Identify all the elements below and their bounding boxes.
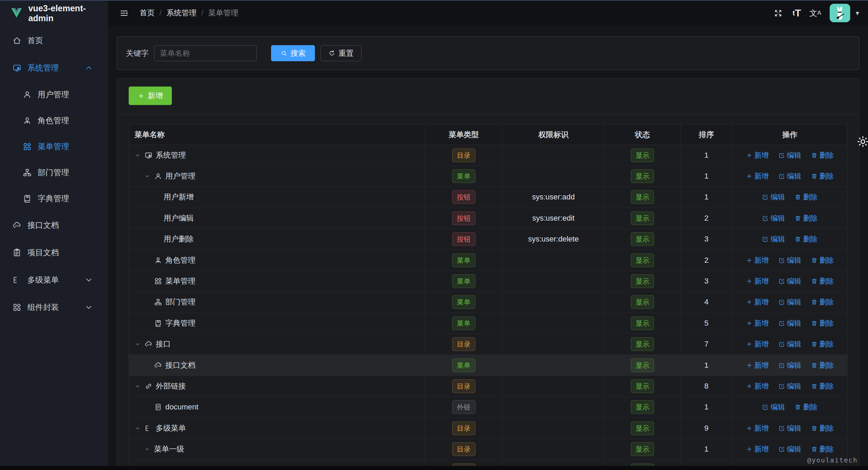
page-content: 关键字 搜索 重置 新增 xyxy=(108,26,868,470)
plus-icon xyxy=(746,173,753,180)
row-add-button[interactable]: 新增 xyxy=(746,381,769,391)
menu-name-cell: 菜单管理 xyxy=(129,271,425,291)
row-delete-button[interactable]: 删除 xyxy=(794,213,817,223)
menu-type-cell: 外链 xyxy=(425,397,502,418)
sidebar-item-user[interactable]: 用户管理 xyxy=(0,81,108,107)
actions-cell: 新增编辑删除 xyxy=(732,271,847,291)
row-add-button[interactable]: 新增 xyxy=(746,423,769,433)
row-add-button[interactable]: 新增 xyxy=(746,171,769,181)
row-edit-button[interactable]: 编辑 xyxy=(778,256,801,265)
collapse-menu-icon[interactable] xyxy=(117,6,131,20)
trash-icon xyxy=(794,236,801,243)
row-edit-button[interactable]: 编辑 xyxy=(762,213,785,223)
sidebar-item-doc[interactable]: 项目文档 xyxy=(0,239,108,266)
search-panel: 关键字 搜索 重置 xyxy=(117,36,859,70)
row-edit-button[interactable]: 编辑 xyxy=(778,423,801,433)
row-add-button[interactable]: 新增 xyxy=(746,151,769,160)
row-delete-button[interactable]: 删除 xyxy=(811,444,834,454)
status-tag: 显示 xyxy=(631,358,654,372)
row-add-button[interactable]: 新增 xyxy=(746,339,769,349)
row-delete-button[interactable]: 删除 xyxy=(811,171,834,181)
chev-up-icon xyxy=(84,63,93,73)
sidebar-item-label: 多级菜单 xyxy=(27,275,84,285)
rabbit-avatar-icon xyxy=(833,6,847,20)
row-edit-button[interactable]: 编辑 xyxy=(778,151,801,160)
row-add-button[interactable]: 新增 xyxy=(746,444,769,454)
sidebar-item-role[interactable]: 角色管理 xyxy=(0,107,108,133)
row-delete-button[interactable]: 删除 xyxy=(811,297,834,307)
caret-down-icon[interactable]: ▾ xyxy=(856,9,859,17)
breadcrumb-item[interactable]: 系统管理 xyxy=(166,8,196,18)
edit-icon xyxy=(778,173,785,180)
table-row: 角色管理菜单显示2新增编辑删除 xyxy=(129,250,847,271)
menu-name: 字典管理 xyxy=(165,318,195,328)
user-avatar[interactable] xyxy=(830,4,850,22)
menu-type-cell: 菜单 xyxy=(425,250,502,271)
api-icon: API xyxy=(154,361,162,369)
row-edit-button[interactable]: 编辑 xyxy=(778,318,801,328)
row-delete-button[interactable]: 删除 xyxy=(794,234,817,244)
sidebar-item-dict[interactable]: 字典管理 xyxy=(0,185,108,211)
font-size-icon[interactable]: tT xyxy=(790,6,804,20)
row-edit-button[interactable]: 编辑 xyxy=(762,234,785,244)
sidebar-item-home[interactable]: 首页 xyxy=(0,27,108,54)
row-delete-button[interactable]: 删除 xyxy=(811,256,834,265)
table-row: 用户删除按钮sys:user:delete显示3编辑删除 xyxy=(129,229,847,250)
sidebar-item-dept[interactable]: 部门管理 xyxy=(0,159,108,185)
row-delete-button[interactable]: 删除 xyxy=(811,318,834,328)
keyword-input[interactable] xyxy=(154,45,257,61)
progress-bar xyxy=(0,0,868,1)
column-header: 菜单类型 xyxy=(425,125,502,145)
row-delete-button[interactable]: 删除 xyxy=(811,381,834,391)
status-tag: 显示 xyxy=(631,211,654,225)
sidebar-item-system[interactable]: 系统管理 xyxy=(0,54,108,81)
sidebar-item-tree[interactable]: 多级菜单 xyxy=(0,266,108,293)
row-delete-button[interactable]: 删除 xyxy=(811,276,834,286)
fullscreen-icon[interactable] xyxy=(771,6,785,20)
row-edit-button[interactable]: 编辑 xyxy=(778,297,801,307)
row-edit-button[interactable]: 编辑 xyxy=(778,381,801,391)
row-delete-button[interactable]: 删除 xyxy=(811,361,834,370)
sidebar-item-label: 首页 xyxy=(27,35,99,46)
sidebar-item-component[interactable]: 组件封装 xyxy=(0,293,108,321)
sidebar-item-api[interactable]: API接口文档 xyxy=(0,211,108,239)
row-edit-button[interactable]: 编辑 xyxy=(762,402,785,412)
sidebar-item-menu[interactable]: 菜单管理 xyxy=(0,133,108,159)
add-button[interactable]: 新增 xyxy=(129,87,172,105)
row-add-button[interactable]: 新增 xyxy=(746,297,769,307)
menu-type-tag: 按钮 xyxy=(452,232,475,246)
row-edit-button[interactable]: 编辑 xyxy=(778,276,801,286)
row-delete-button[interactable]: 删除 xyxy=(794,192,817,202)
row-add-button[interactable]: 新增 xyxy=(746,361,769,370)
row-delete-button[interactable]: 删除 xyxy=(811,423,834,433)
row-delete-button[interactable]: 删除 xyxy=(811,339,834,349)
app-logo[interactable]: vue3-element-admin xyxy=(0,0,108,27)
trash-icon xyxy=(811,257,818,264)
row-edit-button[interactable]: 编辑 xyxy=(778,171,801,181)
translate-icon[interactable]: 文A xyxy=(808,6,822,20)
vue-logo-icon xyxy=(10,8,23,19)
role-icon xyxy=(154,256,162,264)
actions-cell: 编辑删除 xyxy=(732,229,847,250)
row-edit-button[interactable]: 编辑 xyxy=(778,361,801,370)
status-cell: 显示 xyxy=(604,313,680,334)
row-add-button[interactable]: 新增 xyxy=(746,256,769,265)
row-add-button[interactable]: 新增 xyxy=(746,276,769,286)
breadcrumb-separator: / xyxy=(159,9,162,17)
actions-cell: 新增编辑删除 xyxy=(732,145,847,166)
search-button[interactable]: 搜索 xyxy=(271,45,315,61)
row-edit-button[interactable]: 编辑 xyxy=(778,444,801,454)
menu-name-cell: API接口文档 xyxy=(129,355,425,376)
row-add-button[interactable]: 新增 xyxy=(746,318,769,328)
settings-button[interactable] xyxy=(855,134,868,150)
docfile-icon xyxy=(154,403,162,411)
chev-down-icon xyxy=(135,425,141,431)
row-delete-button[interactable]: 删除 xyxy=(794,402,817,412)
reset-button[interactable]: 重置 xyxy=(320,45,361,61)
sort-cell: 1 xyxy=(680,166,732,186)
row-edit-button[interactable]: 编辑 xyxy=(762,192,785,202)
row-delete-button[interactable]: 删除 xyxy=(811,151,834,160)
breadcrumb-item[interactable]: 首页 xyxy=(140,8,155,18)
row-edit-button[interactable]: 编辑 xyxy=(778,339,801,349)
menu-name-cell: 用户新增 xyxy=(129,187,425,208)
